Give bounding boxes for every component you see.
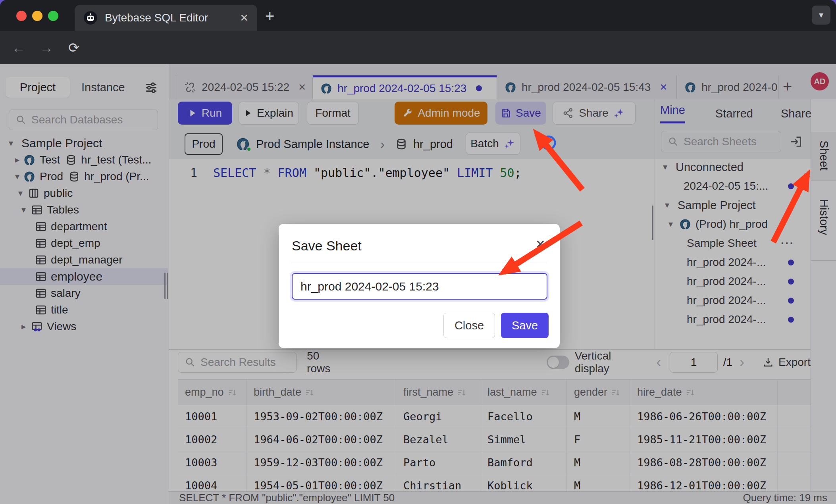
chevron-down-icon: ▾ <box>819 10 823 20</box>
dialog-title: Save Sheet <box>292 238 362 254</box>
dialog-close-label: Close <box>455 319 484 332</box>
bytebase-app: Project Instance Search Databases ▾ Samp… <box>0 64 836 504</box>
save-sheet-dialog: Save Sheet ✕ Close Save <box>279 224 560 348</box>
new-tab-button[interactable]: + <box>265 7 274 25</box>
close-icon[interactable]: ✕ <box>536 237 545 251</box>
dialog-save-button[interactable]: Save <box>501 313 549 338</box>
dialog-divider <box>292 263 547 263</box>
sheet-name-input[interactable] <box>292 273 547 300</box>
macos-zoom-button[interactable] <box>48 11 58 21</box>
browser-window: Bytebase SQL Editor ✕ + ▾ ← → ⟳ localhos… <box>0 0 836 504</box>
browser-tab[interactable]: Bytebase SQL Editor ✕ <box>75 5 257 31</box>
forward-button[interactable]: → <box>40 40 53 56</box>
reload-button[interactable]: ⟳ <box>68 40 80 56</box>
dialog-close-button[interactable]: Close <box>443 313 495 338</box>
tab-close-icon[interactable]: ✕ <box>240 12 248 24</box>
tab-search-button[interactable]: ▾ <box>812 6 830 25</box>
back-button[interactable]: ← <box>12 40 25 56</box>
macos-close-button[interactable] <box>16 11 27 21</box>
browser-tab-title: Bytebase SQL Editor <box>105 12 208 24</box>
browser-tabstrip: Bytebase SQL Editor ✕ + ▾ <box>0 0 836 31</box>
browser-toolbar: ← → ⟳ localhost:8080/sql-editor/prod-sam… <box>0 31 836 64</box>
macos-minimize-button[interactable] <box>32 11 42 21</box>
bytebase-favicon <box>83 11 98 25</box>
dialog-save-label: Save <box>512 319 538 332</box>
